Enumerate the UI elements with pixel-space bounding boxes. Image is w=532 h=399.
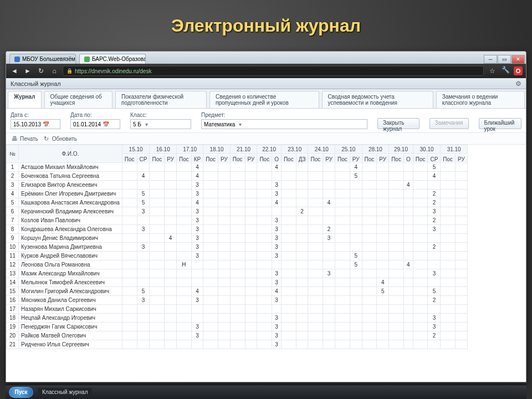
table-row[interactable]: 19Пенерджян Гагик Саркисович333 <box>7 323 468 331</box>
refresh-button[interactable]: ↻Обновить <box>44 135 77 142</box>
date-from-input[interactable]: 15.10.2013📅 <box>11 119 60 129</box>
date-from-label: Дата с: <box>11 112 60 118</box>
table-row[interactable]: 3Елизаров Виктор Алексеевич334 <box>7 181 468 190</box>
grid-scroll[interactable]: №Ф.И.О.15.1016.1017.1018.1021.1022.1023.… <box>6 145 526 382</box>
app-tab[interactable]: Показатели физической подготовленности <box>115 91 207 108</box>
table-row[interactable]: 12Леонова Ольга РомановнаН54 <box>7 260 468 269</box>
date-to-input[interactable]: 01.01.2014📅 <box>70 119 120 129</box>
browser-tab[interactable]: БАРС.Web-Образование <box>79 54 146 64</box>
panel-title: Классный журнал <box>11 80 61 87</box>
address-toolbar: ◄ ► ↻ ⌂ 🔒 https://dnevnik.odinedu.ru/des… <box>6 64 526 78</box>
table-row[interactable]: 15Могилин Григорий Александрович54455 <box>7 287 468 296</box>
subject-field: Предмет: Математика <box>201 112 367 129</box>
table-row[interactable]: 7Козлов Иван Павлович332 <box>7 216 468 225</box>
nearest-lesson-button[interactable]: Ближайший урок <box>479 118 521 129</box>
calendar-icon: 📅 <box>43 121 49 127</box>
browser-window: МБОУ Большевязёмска... БАРС.Web-Образова… <box>6 51 526 382</box>
forward-icon[interactable]: ► <box>23 66 33 76</box>
table-row[interactable]: 9Коршун Денис Владимирович4333 <box>7 234 468 243</box>
favicon-icon <box>14 57 20 62</box>
subject-select[interactable]: Математика <box>201 119 367 129</box>
taskbar-item[interactable]: Классный журнал <box>38 388 92 396</box>
class-field: Класс: 5 Б <box>130 112 191 129</box>
back-icon[interactable]: ◄ <box>9 66 19 76</box>
tab-label: БАРС.Web-Образование <box>92 56 146 62</box>
notes-button[interactable]: Замечания <box>429 118 469 129</box>
table-row[interactable]: 11Курков Андрей Вячеславович335 <box>7 252 468 260</box>
slide-title: Электронный журнал <box>0 16 532 36</box>
browser-tab[interactable]: МБОУ Большевязёмска... <box>9 54 76 64</box>
browser-tabs-row: МБОУ Большевязёмска... БАРС.Web-Образова… <box>6 52 526 64</box>
table-row[interactable]: 8Кондрашева Александра Олеговна33323 <box>7 225 468 234</box>
gear-icon[interactable]: ⚙ <box>515 80 521 88</box>
table-row[interactable]: 18Нецпай Александр Игоревич33 <box>7 314 468 323</box>
home-icon[interactable]: ⌂ <box>49 66 59 76</box>
panel-title-bar: Классный журнал ⚙ <box>6 78 526 89</box>
table-row[interactable]: 4Ерёмкин Олег Игоревич Дмитриевич5332 <box>7 190 468 198</box>
subject-label: Предмет: <box>201 112 367 118</box>
maximize-button[interactable]: ▭ <box>498 55 511 64</box>
star-icon[interactable]: ☆ <box>487 66 497 76</box>
class-label: Класс: <box>130 112 191 118</box>
minimize-button[interactable]: ─ <box>484 55 497 64</box>
table-row[interactable]: 6Керачинский Владимир Алексеевич3323 <box>7 207 468 216</box>
close-journal-button[interactable]: Закрыть журнал <box>377 118 420 129</box>
app-tab[interactable]: Сводная ведомость учета успеваемости и п… <box>322 91 433 108</box>
table-row[interactable]: 17Назарян Михаил Саркисович <box>7 305 468 314</box>
print-button[interactable]: 🖶Печать <box>12 135 38 142</box>
app-area: Классный журнал ⚙ ЖурналОбщие сведения о… <box>6 78 526 382</box>
print-icon: 🖶 <box>12 135 18 142</box>
favicon-icon <box>84 57 90 62</box>
address-bar[interactable]: 🔒 https://dnevnik.odinedu.ru/desk <box>63 66 484 76</box>
table-row[interactable]: 14Мельянюк Тимофей Алексеевич34 <box>7 278 468 287</box>
grid-toolbar: 🖶Печать ↻Обновить <box>6 133 526 145</box>
app-tab[interactable]: Общие сведения об учащихся <box>44 91 113 108</box>
table-row[interactable]: 21Ридченко Илья Сергеевич3 <box>7 340 468 349</box>
table-row[interactable]: 20Райков Матвей Олегович332 <box>7 331 468 340</box>
url-text: https://dnevnik.odinedu.ru/desk <box>75 68 151 74</box>
menu-icon[interactable]: 🔧 <box>500 66 510 76</box>
filter-bar: Дата с: 15.10.2013📅 Дата по: 01.01.2014📅… <box>6 109 526 133</box>
lock-icon: 🔒 <box>66 68 73 74</box>
app-tabs: ЖурналОбщие сведения об учащихсяПоказате… <box>6 89 526 109</box>
close-button[interactable]: ✕ <box>511 55 525 64</box>
app-tab[interactable]: Журнал <box>8 91 42 108</box>
date-from-field: Дата с: 15.10.2013📅 <box>11 112 60 129</box>
calendar-icon: 📅 <box>103 121 109 127</box>
reload-icon[interactable]: ↻ <box>36 66 46 76</box>
date-to-label: Дата по: <box>70 112 120 118</box>
app-tab[interactable]: Замечания о ведении классного журнала <box>436 91 525 108</box>
app-tab[interactable]: Сведения о количестве пропущенных дней и… <box>209 91 319 108</box>
start-button[interactable]: Пуск <box>9 387 33 398</box>
tab-label: МБОУ Большевязёмска... <box>22 56 76 62</box>
table-row[interactable]: 13Мазик Александр Михайлович333 <box>7 269 468 278</box>
window-controls: ─ ▭ ✕ <box>484 55 526 64</box>
table-row[interactable]: 2Боченкова Татьяна Сергеевна4454 <box>7 172 468 181</box>
table-row[interactable]: 10Кузенкова Марина Дмитриевна3332 <box>7 243 468 252</box>
table-row[interactable]: 5Кашкарова Анастасия Александровна54442 <box>7 198 468 207</box>
taskbar: Пуск Классный журнал <box>6 385 526 399</box>
table-row[interactable]: 16Мясников Данила Сергеевич3332 <box>7 296 468 305</box>
date-to-field: Дата по: 01.01.2014📅 <box>70 112 120 129</box>
refresh-icon: ↻ <box>44 135 50 142</box>
journal-table: №Ф.И.О.15.1016.1017.1018.1021.1022.1023.… <box>6 145 468 349</box>
opera-icon[interactable]: O <box>514 66 523 75</box>
table-row[interactable]: 1Асташов Михаил Михайлович4445 <box>7 163 468 172</box>
class-select[interactable]: 5 Б <box>130 119 191 129</box>
